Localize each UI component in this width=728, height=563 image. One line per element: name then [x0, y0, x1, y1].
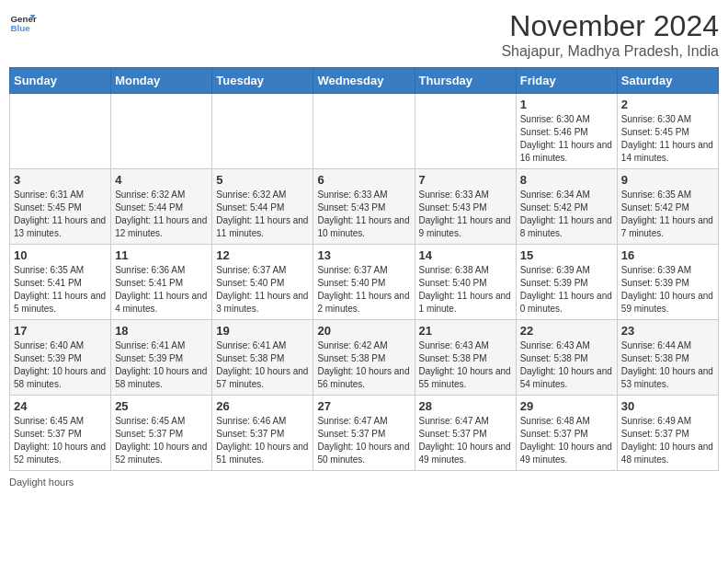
calendar-cell: 21Sunrise: 6:43 AM Sunset: 5:38 PM Dayli…: [415, 320, 516, 396]
day-number: 13: [317, 248, 410, 262]
day-number: 22: [520, 324, 613, 338]
day-info: Sunrise: 6:30 AM Sunset: 5:45 PM Dayligh…: [621, 113, 714, 165]
day-number: 20: [317, 324, 410, 338]
day-info: Sunrise: 6:40 AM Sunset: 5:39 PM Dayligh…: [14, 339, 107, 391]
day-info: Sunrise: 6:43 AM Sunset: 5:38 PM Dayligh…: [520, 339, 613, 391]
day-info: Sunrise: 6:42 AM Sunset: 5:38 PM Dayligh…: [317, 339, 410, 391]
day-info: Sunrise: 6:41 AM Sunset: 5:39 PM Dayligh…: [115, 339, 208, 391]
svg-text:Blue: Blue: [11, 23, 31, 33]
day-info: Sunrise: 6:38 AM Sunset: 5:40 PM Dayligh…: [419, 264, 512, 316]
day-number: 25: [115, 399, 208, 413]
calendar-cell: 25Sunrise: 6:45 AM Sunset: 5:37 PM Dayli…: [111, 396, 212, 471]
calendar-cell: 3Sunrise: 6:31 AM Sunset: 5:45 PM Daylig…: [10, 169, 111, 245]
header-sunday: Sunday: [10, 68, 111, 94]
week-row-2: 10Sunrise: 6:35 AM Sunset: 5:41 PM Dayli…: [10, 245, 719, 320]
day-number: 15: [520, 248, 613, 262]
day-info: Sunrise: 6:34 AM Sunset: 5:42 PM Dayligh…: [520, 189, 613, 240]
calendar-cell: 2Sunrise: 6:30 AM Sunset: 5:45 PM Daylig…: [617, 94, 718, 169]
calendar-cell: 12Sunrise: 6:37 AM Sunset: 5:40 PM Dayli…: [212, 245, 313, 320]
day-number: 9: [621, 173, 714, 187]
week-row-0: 1Sunrise: 6:30 AM Sunset: 5:46 PM Daylig…: [10, 94, 719, 169]
day-info: Sunrise: 6:32 AM Sunset: 5:44 PM Dayligh…: [115, 189, 208, 240]
header-thursday: Thursday: [415, 68, 516, 94]
day-number: 8: [520, 173, 613, 187]
calendar-cell: [10, 94, 111, 169]
title-block: November 2024 Shajapur, Madhya Pradesh, …: [501, 9, 719, 60]
calendar-cell: 26Sunrise: 6:46 AM Sunset: 5:37 PM Dayli…: [212, 396, 313, 471]
day-number: 19: [216, 324, 309, 338]
calendar-cell: 20Sunrise: 6:42 AM Sunset: 5:38 PM Dayli…: [313, 320, 415, 396]
calendar-cell: 22Sunrise: 6:43 AM Sunset: 5:38 PM Dayli…: [516, 320, 617, 396]
day-number: 18: [115, 324, 208, 338]
day-info: Sunrise: 6:47 AM Sunset: 5:37 PM Dayligh…: [419, 415, 512, 466]
day-number: 11: [115, 248, 208, 262]
day-info: Sunrise: 6:32 AM Sunset: 5:44 PM Dayligh…: [216, 189, 309, 240]
day-number: 4: [115, 173, 208, 187]
day-info: Sunrise: 6:39 AM Sunset: 5:39 PM Dayligh…: [520, 264, 613, 316]
calendar-cell: 6Sunrise: 6:33 AM Sunset: 5:43 PM Daylig…: [313, 169, 415, 245]
calendar-cell: 14Sunrise: 6:38 AM Sunset: 5:40 PM Dayli…: [415, 245, 516, 320]
day-info: Sunrise: 6:49 AM Sunset: 5:37 PM Dayligh…: [621, 415, 714, 466]
day-info: Sunrise: 6:41 AM Sunset: 5:38 PM Dayligh…: [216, 339, 309, 391]
day-number: 12: [216, 248, 309, 262]
calendar-cell: 27Sunrise: 6:47 AM Sunset: 5:37 PM Dayli…: [313, 396, 415, 471]
day-number: 27: [317, 399, 410, 413]
day-number: 2: [621, 98, 714, 111]
calendar-cell: 18Sunrise: 6:41 AM Sunset: 5:39 PM Dayli…: [111, 320, 212, 396]
day-number: 10: [14, 248, 107, 262]
calendar-cell: 30Sunrise: 6:49 AM Sunset: 5:37 PM Dayli…: [617, 396, 718, 471]
day-number: 17: [14, 324, 107, 338]
daylight-label: Daylight hours: [9, 477, 719, 488]
month-title: November 2024: [501, 9, 719, 43]
calendar-cell: 19Sunrise: 6:41 AM Sunset: 5:38 PM Dayli…: [212, 320, 313, 396]
calendar-cell: [111, 94, 212, 169]
calendar-cell: 15Sunrise: 6:39 AM Sunset: 5:39 PM Dayli…: [516, 245, 617, 320]
calendar-cell: 23Sunrise: 6:44 AM Sunset: 5:38 PM Dayli…: [617, 320, 718, 396]
day-number: 5: [216, 173, 309, 187]
day-info: Sunrise: 6:46 AM Sunset: 5:37 PM Dayligh…: [216, 415, 309, 466]
calendar-cell: 16Sunrise: 6:39 AM Sunset: 5:39 PM Dayli…: [617, 245, 718, 320]
calendar-cell: 8Sunrise: 6:34 AM Sunset: 5:42 PM Daylig…: [516, 169, 617, 245]
day-info: Sunrise: 6:37 AM Sunset: 5:40 PM Dayligh…: [317, 264, 410, 316]
calendar-cell: [415, 94, 516, 169]
day-info: Sunrise: 6:35 AM Sunset: 5:42 PM Dayligh…: [621, 189, 714, 240]
header-saturday: Saturday: [617, 68, 718, 94]
day-info: Sunrise: 6:36 AM Sunset: 5:41 PM Dayligh…: [115, 264, 208, 316]
calendar-cell: 9Sunrise: 6:35 AM Sunset: 5:42 PM Daylig…: [617, 169, 718, 245]
calendar-cell: 5Sunrise: 6:32 AM Sunset: 5:44 PM Daylig…: [212, 169, 313, 245]
calendar-cell: 11Sunrise: 6:36 AM Sunset: 5:41 PM Dayli…: [111, 245, 212, 320]
calendar-cell: 17Sunrise: 6:40 AM Sunset: 5:39 PM Dayli…: [10, 320, 111, 396]
header-tuesday: Tuesday: [212, 68, 313, 94]
day-info: Sunrise: 6:44 AM Sunset: 5:38 PM Dayligh…: [621, 339, 714, 391]
calendar-cell: 28Sunrise: 6:47 AM Sunset: 5:37 PM Dayli…: [415, 396, 516, 471]
day-number: 23: [621, 324, 714, 338]
day-number: 3: [14, 173, 107, 187]
day-info: Sunrise: 6:48 AM Sunset: 5:37 PM Dayligh…: [520, 415, 613, 466]
calendar-cell: 7Sunrise: 6:33 AM Sunset: 5:43 PM Daylig…: [415, 169, 516, 245]
day-number: 7: [419, 173, 512, 187]
week-row-4: 24Sunrise: 6:45 AM Sunset: 5:37 PM Dayli…: [10, 396, 719, 471]
header-monday: Monday: [111, 68, 212, 94]
calendar-cell: 4Sunrise: 6:32 AM Sunset: 5:44 PM Daylig…: [111, 169, 212, 245]
day-number: 24: [14, 399, 107, 413]
day-info: Sunrise: 6:45 AM Sunset: 5:37 PM Dayligh…: [115, 415, 208, 466]
calendar-cell: 24Sunrise: 6:45 AM Sunset: 5:37 PM Dayli…: [10, 396, 111, 471]
calendar-cell: 13Sunrise: 6:37 AM Sunset: 5:40 PM Dayli…: [313, 245, 415, 320]
calendar-cell: [212, 94, 313, 169]
day-number: 28: [419, 399, 512, 413]
week-row-1: 3Sunrise: 6:31 AM Sunset: 5:45 PM Daylig…: [10, 169, 719, 245]
week-row-3: 17Sunrise: 6:40 AM Sunset: 5:39 PM Dayli…: [10, 320, 719, 396]
day-info: Sunrise: 6:31 AM Sunset: 5:45 PM Dayligh…: [14, 189, 107, 240]
logo-icon: General Blue: [9, 9, 37, 37]
day-info: Sunrise: 6:33 AM Sunset: 5:43 PM Dayligh…: [317, 189, 410, 240]
day-info: Sunrise: 6:37 AM Sunset: 5:40 PM Dayligh…: [216, 264, 309, 316]
day-number: 26: [216, 399, 309, 413]
day-info: Sunrise: 6:33 AM Sunset: 5:43 PM Dayligh…: [419, 189, 512, 240]
calendar-cell: 1Sunrise: 6:30 AM Sunset: 5:46 PM Daylig…: [516, 94, 617, 169]
header-friday: Friday: [516, 68, 617, 94]
calendar-table: SundayMondayTuesdayWednesdayThursdayFrid…: [9, 67, 719, 471]
logo: General Blue: [9, 9, 37, 37]
header-row: SundayMondayTuesdayWednesdayThursdayFrid…: [10, 68, 719, 94]
day-number: 6: [317, 173, 410, 187]
day-info: Sunrise: 6:39 AM Sunset: 5:39 PM Dayligh…: [621, 264, 714, 316]
